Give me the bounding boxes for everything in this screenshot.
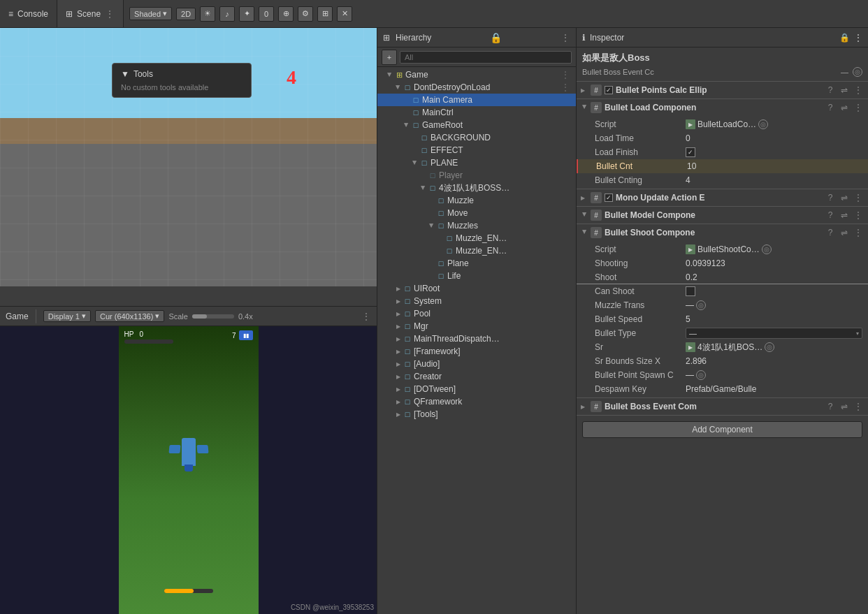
- fx-toggle[interactable]: ✦: [239, 6, 254, 22]
- tab-console-label: Console: [17, 9, 48, 19]
- hierarchy-lock-icon[interactable]: 🔒: [490, 32, 502, 43]
- tree-item-uiroot[interactable]: ▶ □ UIRoot: [377, 282, 576, 295]
- bullet-points-calc-menu[interactable]: ⋮: [853, 85, 864, 96]
- inspector-icon: ℹ: [582, 33, 586, 43]
- tree-label-uiroot: UIRoot: [414, 284, 440, 293]
- settings-toggle[interactable]: ⚙: [298, 6, 313, 22]
- tree-item-muzzles[interactable]: ▶ □ Muzzles: [377, 219, 576, 232]
- script-bulletload-target[interactable]: ◎: [758, 119, 768, 129]
- tree-item-mainctrl[interactable]: □ MainCtrl: [377, 106, 576, 119]
- tree-item-planeobj[interactable]: □ Plane: [377, 257, 576, 270]
- tree-item-background[interactable]: □ BACKGROUND: [377, 131, 576, 144]
- tree-item-pool[interactable]: ▶ □ Pool: [377, 307, 576, 320]
- bullet-points-calc-settings[interactable]: ⇌: [839, 85, 850, 96]
- console-icon: ≡: [8, 9, 13, 19]
- bullet-boss-event-settings[interactable]: ⇌: [839, 401, 850, 412]
- mono-update-checkbox[interactable]: [605, 193, 613, 202]
- muzzle-trans-target[interactable]: ◎: [696, 300, 706, 310]
- component-bullet-shoot-header[interactable]: ▶ # Bullet Shoot Compone ? ⇌ ⋮: [577, 224, 868, 241]
- tree-item-effect[interactable]: □ EFFECT: [377, 144, 576, 156]
- bullet-boss-event-help[interactable]: ?: [825, 401, 836, 412]
- tree-item-system[interactable]: ▶ □ System: [377, 295, 576, 307]
- mono-update-help[interactable]: ?: [825, 192, 836, 203]
- field-can-shoot-checkbox[interactable]: [686, 286, 695, 296]
- bullet-load-help[interactable]: ?: [825, 102, 836, 113]
- tree-item-muzzle[interactable]: □ Muzzle: [377, 194, 576, 207]
- tree-item-qframework[interactable]: ▶ □ QFramework: [377, 395, 576, 408]
- display-dropdown[interactable]: Display 1 ▾: [43, 310, 91, 322]
- tree-item-move[interactable]: □ Move: [377, 207, 576, 219]
- tree-item-maincamera[interactable]: □ Main Camera: [377, 94, 576, 106]
- field-bullet-type-dropdown[interactable]: — ▾: [686, 328, 862, 339]
- tree-item-dontdestroy[interactable]: ▶ □ DontDestroyOnLoad ⋮: [377, 81, 576, 94]
- light-toggle[interactable]: ☀: [200, 6, 215, 22]
- uiroot-arrow: ▶: [394, 284, 403, 293]
- add-component-button[interactable]: Add Component: [582, 421, 862, 438]
- tree-item-muzzleen1[interactable]: □ Muzzle_EN…: [377, 232, 576, 244]
- component-bullet-load-header[interactable]: ▶ # Bullet Load Componen ? ⇌ ⋮: [577, 99, 868, 116]
- tree-item-dotween[interactable]: ▶ □ [DOTween]: [377, 383, 576, 395]
- mono-update-menu[interactable]: ⋮: [853, 192, 864, 203]
- bullet-model-help[interactable]: ?: [825, 210, 836, 221]
- game-tab-label: Game: [6, 312, 29, 321]
- tree-item-gameroot[interactable]: ▶ □ GameRoot: [377, 119, 576, 131]
- tree-item-creator[interactable]: ▶ □ Creator: [377, 370, 576, 383]
- bullet-model-menu[interactable]: ⋮: [853, 210, 864, 221]
- boss-event-target-icon[interactable]: ◎: [853, 67, 862, 77]
- extra-toggle[interactable]: ✕: [337, 6, 352, 22]
- hierarchy-menu-icon[interactable]: ⋮: [560, 32, 570, 43]
- bullet-points-calc-arrow: ▶: [581, 87, 588, 94]
- tab-console[interactable]: ≡ Console: [0, 0, 57, 27]
- tree-item-life[interactable]: □ Life: [377, 270, 576, 282]
- field-sr: Sr ▶ 4波1队1机BOS… ◎: [577, 340, 868, 354]
- bullet-points-calc-checkbox[interactable]: [605, 86, 613, 94]
- bullet-point-spawn-target[interactable]: ◎: [696, 370, 706, 380]
- move-tool[interactable]: ⊕: [278, 6, 294, 22]
- component-mono-update-header[interactable]: ▶ # Mono Update Action E ? ⇌ ⋮: [577, 189, 868, 206]
- bullet-boss-event-menu[interactable]: ⋮: [853, 401, 864, 412]
- bullet-shoot-help[interactable]: ?: [825, 227, 836, 238]
- hierarchy-search[interactable]: [400, 51, 572, 64]
- bullet-shoot-menu[interactable]: ⋮: [853, 227, 864, 238]
- tree-item-framework[interactable]: ▶ □ [Framework]: [377, 345, 576, 358]
- sr-target[interactable]: ◎: [765, 342, 774, 352]
- 2d-button[interactable]: 2D: [176, 8, 196, 20]
- layout-toggle[interactable]: ⊞: [317, 6, 333, 22]
- tree-item-player[interactable]: □ Player: [377, 169, 576, 182]
- resolution-dropdown[interactable]: Cur (640x1136) ▾: [95, 310, 164, 322]
- tree-item-audio[interactable]: ▶ □ [Audio]: [377, 358, 576, 370]
- game-panel-menu[interactable]: ⋮: [361, 311, 371, 322]
- tree-item-plane[interactable]: ▶ □ PLANE: [377, 156, 576, 169]
- scale-slider[interactable]: [192, 314, 234, 319]
- gizmos-count[interactable]: 0: [259, 6, 274, 22]
- game-menu-btn[interactable]: ⋮: [558, 69, 573, 80]
- bullet-model-settings[interactable]: ⇌: [839, 210, 850, 221]
- inspector-lock-btn[interactable]: 🔒: [839, 33, 850, 43]
- shaded-dropdown[interactable]: Shaded ▾: [129, 7, 172, 20]
- script-bulletshoot-target[interactable]: ◎: [762, 244, 772, 254]
- audio-toggle[interactable]: ♪: [219, 6, 235, 22]
- tree-item-mainthread[interactable]: ▶ □ MainThreadDispatch…: [377, 332, 576, 345]
- dontdestroy-menu-btn[interactable]: ⋮: [558, 82, 573, 93]
- tree-item-tools[interactable]: ▶ □ [Tools]: [377, 408, 576, 421]
- tab-scene[interactable]: ⊞ Scene ⋮: [57, 0, 124, 27]
- scene-tab-menu[interactable]: ⋮: [105, 8, 115, 20]
- mono-update-settings[interactable]: ⇌: [839, 192, 850, 203]
- component-bullet-model-header[interactable]: ▶ # Bullet Model Compone ? ⇌ ⋮: [577, 207, 868, 224]
- add-hierarchy-btn[interactable]: +: [382, 50, 397, 65]
- bullet-points-calc-help[interactable]: ?: [825, 85, 836, 96]
- inspector-menu-btn[interactable]: ⋮: [854, 33, 862, 43]
- bullet-load-settings[interactable]: ⇌: [839, 102, 850, 113]
- component-bullet-points-calc-header[interactable]: ▶ # Bullet Points Calc Ellip ? ⇌ ⋮: [577, 82, 868, 98]
- tree-item-muzzleen2[interactable]: □ Muzzle_EN…: [377, 244, 576, 257]
- tree-item-game[interactable]: ▶ ⊞ Game ⋮: [377, 68, 576, 81]
- tree-item-boss[interactable]: ▶ □ 4波1队1机BOSS…: [377, 182, 576, 194]
- bullet-load-menu[interactable]: ⋮: [853, 102, 864, 113]
- tree-label-background: BACKGROUND: [431, 133, 491, 142]
- system-cube-icon: □: [403, 296, 412, 306]
- scene-viewport[interactable]: ▼ Tools No custom tools available 4: [0, 28, 377, 286]
- tree-item-mgr[interactable]: ▶ □ Mgr: [377, 320, 576, 332]
- bullet-shoot-settings[interactable]: ⇌: [839, 227, 850, 238]
- field-load-finish-checkbox[interactable]: [686, 147, 695, 157]
- component-bullet-boss-event-header[interactable]: ▶ # Bullet Boss Event Com ? ⇌ ⋮: [577, 398, 868, 415]
